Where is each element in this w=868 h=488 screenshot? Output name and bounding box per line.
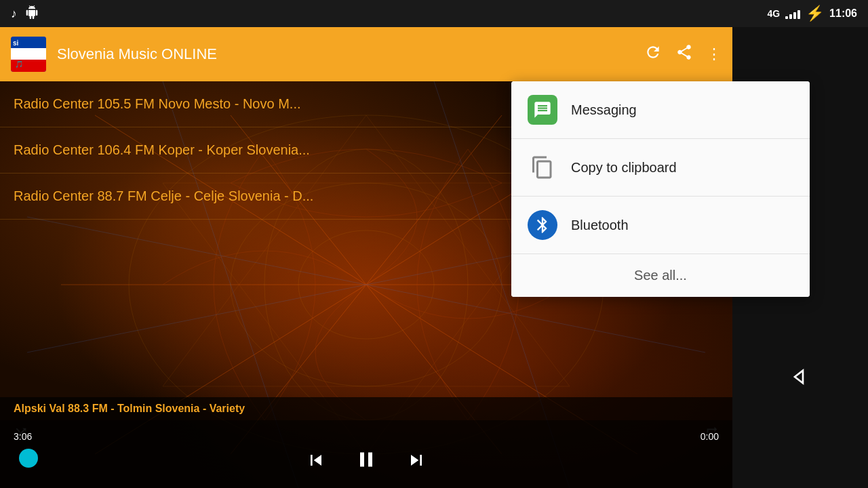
now-playing-bar: Alpski Val 88.3 FM - Tolmin Slovenia - V… <box>0 397 732 420</box>
see-all-button[interactable]: See all... <box>511 254 810 297</box>
more-options-icon[interactable]: ⋮ <box>707 45 722 63</box>
messaging-label: Messaging <box>571 102 637 118</box>
pause-button[interactable] <box>354 447 378 477</box>
signal-bars-icon <box>785 8 800 19</box>
refresh-icon[interactable] <box>644 43 662 65</box>
svg-text:🎵: 🎵 <box>15 60 24 68</box>
menu-item-clipboard[interactable]: Copy to clipboard <box>511 139 810 197</box>
current-time: 3:06 <box>14 431 32 442</box>
app-header: si 🎵 Slovenia Music ONLINE ⋮ <box>0 27 732 81</box>
clock: 11:06 <box>829 7 857 20</box>
bluetooth-icon <box>528 210 557 240</box>
time-row: 3:06 0:00 <box>0 431 732 442</box>
total-time: 0:00 <box>701 431 719 442</box>
clipboard-label: Copy to clipboard <box>571 160 677 176</box>
now-playing-text: Alpski Val 88.3 FM - Tolmin Slovenia - V… <box>14 403 245 414</box>
svg-text:si: si <box>13 39 19 47</box>
next-button[interactable] <box>406 449 427 476</box>
svg-marker-26 <box>795 371 803 384</box>
status-bar: ♪ 4G ⚡ 11:06 <box>0 0 868 27</box>
bluetooth-label: Bluetooth <box>571 218 629 233</box>
back-button[interactable] <box>789 366 811 393</box>
menu-item-bluetooth[interactable]: Bluetooth <box>511 197 810 254</box>
app-title: Slovenia Music ONLINE <box>57 45 633 63</box>
menu-item-messaging[interactable]: Messaging <box>511 81 810 139</box>
svg-rect-2 <box>11 48 46 60</box>
progress-indicator[interactable] <box>19 449 38 468</box>
music-note-icon: ♪ <box>11 7 17 21</box>
app-logo: si 🎵 <box>11 37 46 72</box>
context-menu: Messaging Copy to clipboard Bluetooth Se… <box>511 81 810 297</box>
previous-button[interactable] <box>305 449 327 476</box>
player-controls: 3:06 0:00 <box>0 420 732 488</box>
playback-controls <box>305 447 427 477</box>
header-icons: ⋮ <box>644 43 722 65</box>
messaging-icon <box>528 95 557 125</box>
battery-icon: ⚡ <box>806 5 824 22</box>
android-icon <box>25 5 39 22</box>
share-icon[interactable] <box>675 43 693 65</box>
signal-type: 4G <box>767 8 780 19</box>
clipboard-icon <box>528 152 557 182</box>
